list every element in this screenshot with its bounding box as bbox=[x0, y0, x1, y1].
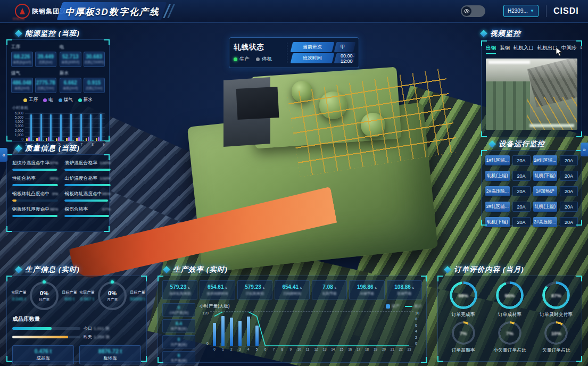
order-donut-value: 7% bbox=[452, 321, 475, 345]
efficiency-stat-card: 654.41 s日间隙时间 bbox=[275, 280, 310, 300]
bar-legend-swatch-icon bbox=[386, 304, 390, 309]
energy-stat-value: 39.449 bbox=[37, 54, 54, 60]
device-name-chip[interactable]: 2#高压除... bbox=[533, 217, 558, 227]
series-bar bbox=[26, 138, 28, 141]
order-donut-value: 10% bbox=[544, 321, 568, 345]
efficiency-stat-value: 7.08 s bbox=[322, 284, 336, 290]
energy-legend-item: 煤气 bbox=[59, 97, 73, 103]
device-name-chip[interactable]: 轧机(下辊) bbox=[485, 217, 510, 227]
video-tab-电加热[interactable]: 电加热 bbox=[581, 45, 582, 54]
video-tab-中间冷[interactable]: 中间冷 bbox=[561, 45, 577, 54]
gray-status-dot bbox=[256, 57, 260, 61]
cctv-video-feed[interactable] bbox=[486, 59, 577, 130]
left-panel-collapse-handle[interactable]: « bbox=[0, 148, 7, 162]
efficiency-stat-unit: s bbox=[224, 286, 227, 289]
quality-item-row: 装炉温度合格率100% bbox=[64, 160, 110, 167]
device-name-chip[interactable]: 2#轧区辅... bbox=[485, 202, 510, 212]
gauge-left-label: 实际产量 bbox=[10, 290, 28, 295]
gauge-right-value: 900 t bbox=[61, 296, 78, 302]
device-current-value: 20A bbox=[512, 155, 531, 165]
video-tab-出钢[interactable]: 出钢 bbox=[486, 45, 496, 54]
efficiency-stat-label: 当班间隙时间 bbox=[206, 291, 228, 296]
energy-group-name: 煤气 bbox=[11, 70, 56, 77]
device-name-chip[interactable]: 2#高压除... bbox=[485, 186, 510, 196]
energy-stat-value: 52.713 bbox=[62, 54, 79, 60]
x-tick-label: 9 bbox=[103, 143, 105, 146]
series-bar bbox=[36, 138, 38, 141]
device-name-chip[interactable]: 2#轧区辅... bbox=[533, 155, 558, 165]
device-name-chip[interactable]: 轧机(下辊) bbox=[533, 171, 558, 181]
company-sub-label: 陕钢汉钢 bbox=[13, 17, 24, 21]
energy-stat-unit: 总耗(万m³) bbox=[86, 86, 102, 91]
inventory-card: 8876.72 t板坯库 bbox=[79, 345, 141, 364]
visibility-toggle[interactable] bbox=[461, 5, 485, 17]
progress-ring: 0%日产量 bbox=[30, 281, 59, 310]
bar-cluster bbox=[26, 114, 34, 141]
quality-item-row: 性能合格率99% bbox=[12, 176, 58, 182]
device-current-value: 20A bbox=[512, 186, 531, 196]
inventory-bar-fill bbox=[12, 336, 68, 338]
quality-item-label: 钢板终轧温度命中 bbox=[64, 191, 102, 197]
order-donut-value: 7% bbox=[498, 321, 521, 345]
panel-diamond-icon bbox=[444, 266, 451, 273]
device-current-value: 20A bbox=[560, 217, 578, 227]
legend-label: 煤气 bbox=[64, 97, 73, 103]
x-tick-label: 23 bbox=[405, 347, 413, 351]
order-donut: 10% bbox=[544, 321, 568, 345]
video-tab-装钢[interactable]: 装钢 bbox=[500, 45, 510, 54]
status-left: 轧线状态 生产 停机 bbox=[234, 43, 283, 63]
device-panel-title: 设备运行监控 bbox=[490, 139, 545, 149]
efficiency-stat-card: 579.23 s日轧制周期 bbox=[237, 280, 272, 300]
hourly-output-chart: 小时产量(大板) 班产累计 1200 1086420 0123456789101… bbox=[200, 303, 422, 364]
bar-cluster bbox=[96, 114, 104, 141]
device-name-chip[interactable]: 1#加热炉 bbox=[533, 186, 558, 196]
energy-stat-value: 6.662 bbox=[64, 80, 77, 86]
order-donut-cell: 10%欠量订单占比 bbox=[533, 321, 579, 354]
quality-item-value: 97% bbox=[102, 207, 111, 212]
device-name-chip[interactable]: 轧机(上辊) bbox=[485, 171, 510, 181]
order-donut-cell: 87%订单及时交付率 bbox=[533, 281, 579, 318]
series-bar bbox=[96, 138, 97, 141]
ring-center-label: 日产量 bbox=[39, 297, 50, 302]
quality-item-value: 9% bbox=[52, 192, 59, 196]
x-tick-label: 20 bbox=[379, 347, 388, 351]
right-panel-collapse-handle[interactable]: » bbox=[581, 143, 588, 156]
feed-timestamp-overlay bbox=[488, 61, 530, 64]
device-name-chip[interactable]: 1#轧区辅... bbox=[485, 155, 510, 165]
quality-bar-track bbox=[64, 184, 110, 186]
inventory-bar-fill bbox=[12, 327, 52, 330]
production-info-title: 生产信息 (实时) bbox=[16, 265, 80, 274]
efficiency-panel: 579.23 s当班轧制周期654.61 s当班间隙时间579.23 s日轧制周… bbox=[158, 276, 427, 363]
device-name-chip[interactable]: 轧机(上辊) bbox=[533, 202, 558, 212]
side-card-value: 0 bbox=[177, 337, 180, 342]
header-divider bbox=[546, 5, 546, 17]
status-divider bbox=[287, 43, 288, 63]
quality-item-value: 100% bbox=[100, 161, 110, 165]
inventory-bar-row: 今日1,011 块 bbox=[12, 326, 141, 331]
series-bar bbox=[52, 140, 54, 141]
efficiency-stat-unit: s bbox=[299, 286, 302, 289]
x-tick-label: 7 bbox=[269, 347, 278, 351]
gauge-left-value: 0.967 t bbox=[78, 296, 96, 302]
x-tick-label: 5 bbox=[253, 347, 261, 351]
ring-progress-dot bbox=[43, 280, 46, 284]
quality-item-value: 98% bbox=[49, 207, 58, 212]
y-tick-label-right: 6 bbox=[415, 323, 422, 327]
status-title: 轧线状态 bbox=[234, 43, 283, 52]
quality-item-label: 出炉温度合格率 bbox=[64, 176, 97, 182]
efficiency-stat-value: 108.86 s bbox=[394, 284, 414, 290]
efficiency-stat-label: 日轧制周期 bbox=[246, 291, 264, 296]
video-tab-轧机入口[interactable]: 轧机入口 bbox=[514, 45, 534, 54]
energy-stat-box: 2775.78总耗(万m³) bbox=[35, 78, 57, 93]
shift-time-row: 班次时间 00:00-12:00 bbox=[292, 53, 354, 63]
hour-bar bbox=[247, 317, 250, 346]
energy-stat-row: 6.662单耗(m³/t)0.915总耗(万m³) bbox=[60, 78, 105, 93]
efficiency-stat-unit: s bbox=[411, 286, 414, 289]
x-tick-label: 10 bbox=[295, 347, 303, 351]
page-title: 中厚板3D数字化产线 bbox=[65, 6, 160, 18]
quality-bar-fill bbox=[64, 215, 109, 217]
scheme-dropdown[interactable]: H2309... ▼ bbox=[503, 5, 539, 17]
inventory-card-label: 板坯库 bbox=[103, 355, 117, 362]
video-tab-轧机出口[interactable]: 轧机出口 bbox=[537, 45, 558, 54]
side-card-value: 6 bbox=[177, 353, 180, 358]
